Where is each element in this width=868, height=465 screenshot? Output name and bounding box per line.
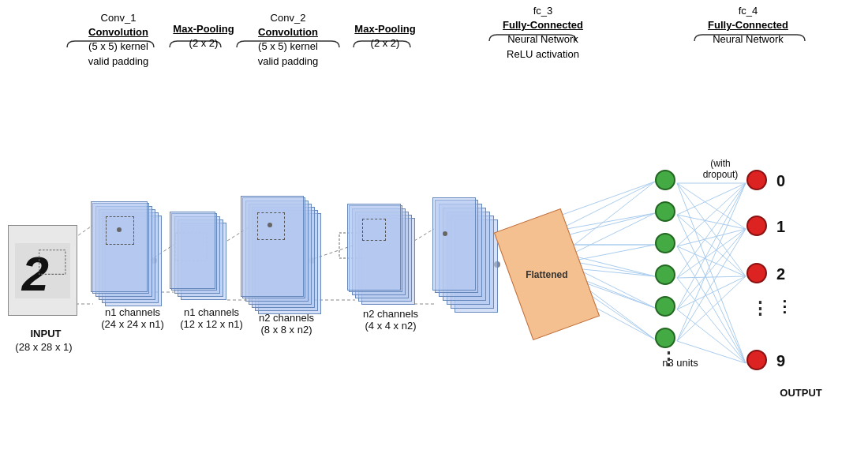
conv1-kernel: (5 x 5) kernel (88, 40, 148, 52)
output-node-1 (746, 216, 767, 236)
green-dots: ⋮ (660, 349, 677, 369)
maxpool1-size: (2 x 2) (189, 37, 219, 49)
svg-line-40 (677, 215, 746, 363)
svg-line-39 (677, 215, 746, 276)
svg-line-49 (677, 183, 746, 309)
conv2-kernel: (5 x 5) kernel (258, 40, 318, 52)
n2-channels-2: n2 channels (347, 308, 434, 320)
fc3-label: fc_3 Fully-Connected Neural Network ReLU… (496, 4, 590, 62)
output-node-9 (746, 350, 767, 370)
svg-line-44 (677, 246, 746, 363)
svg-line-34 (677, 183, 746, 229)
fc3-node-4 (655, 264, 675, 285)
fc3-title: fc_3 (533, 5, 553, 17)
maxpool2-label: Max-Pooling (2 x 2) (354, 22, 417, 51)
svg-line-37 (677, 183, 746, 215)
input-label: INPUT (14, 328, 77, 339)
svg-line-51 (677, 276, 746, 309)
svg-line-18 (574, 268, 655, 276)
flatten-text: Flattened (526, 269, 567, 280)
fc3-sub: Fully-Connected (503, 19, 583, 31)
dropout-text: (withdropout) (685, 158, 756, 180)
svg-line-17 (574, 245, 655, 261)
fc4-type: Neural Network (713, 33, 784, 45)
fc3-act: ReLU activation (507, 48, 579, 60)
conv1-sub: Convolution (88, 26, 148, 38)
svg-line-55 (677, 276, 746, 341)
input-image: 2 (8, 225, 77, 316)
svg-line-41 (677, 183, 746, 246)
fc3-node-3 (655, 233, 675, 253)
conv2-sub: Convolution (258, 26, 318, 38)
svg-line-21 (560, 182, 655, 229)
digit-2-svg: 2 (15, 243, 70, 298)
svg-line-38 (677, 215, 746, 229)
maxpool2-size: (2 x 2) (371, 37, 400, 49)
output-digit-9: 9 (776, 352, 785, 370)
output-label: OUTPUT (769, 387, 832, 399)
fc3-node-2 (655, 201, 675, 222)
fc3-node-6 (655, 328, 675, 348)
maxpool2-title: Max-Pooling (354, 23, 415, 35)
svg-text:2: 2 (21, 246, 49, 298)
svg-line-36 (677, 183, 746, 363)
flatten-block: Flattened (494, 208, 600, 340)
conv1-padding: valid padding (88, 55, 149, 67)
n1-dims-2: (12 x 12 x n1) (172, 318, 251, 330)
conv1-label: Conv_1 Convolution (5 x 5) kernel valid … (75, 11, 162, 69)
maxpool1-title: Max-Pooling (173, 23, 234, 35)
svg-line-15 (574, 182, 655, 245)
fc4-label: fc_4 Fully-Connected Neural Network (693, 4, 803, 47)
n1-dims-1: (24 x 24 x n1) (93, 318, 172, 330)
output-digit-1: 1 (776, 218, 785, 236)
n2-dims-1: (8 x 8 x n2) (243, 324, 330, 336)
fc3-type: Neural Network (507, 33, 578, 45)
output-node-0 (746, 170, 767, 190)
svg-line-46 (677, 229, 746, 278)
fc4-title: fc_4 (739, 5, 758, 17)
n1-channels-2: n1 channels (172, 306, 251, 318)
svg-line-22 (560, 213, 655, 237)
svg-line-45 (677, 183, 746, 278)
n2-dims-2: (4 x 4 x n2) (347, 320, 434, 332)
red-dots: ⋮ (751, 298, 769, 319)
n3-units: n3 units (649, 357, 712, 369)
output-digit-dots: ⋮ (776, 297, 792, 316)
svg-line-47 (677, 276, 746, 278)
input-dims: (28 x 28 x 1) (6, 341, 81, 353)
svg-line-35 (677, 183, 746, 276)
output-digit-0: 0 (776, 172, 785, 190)
svg-line-12 (414, 229, 434, 241)
cnn-diagram: INPUT (28 x 28 x 1) 2 Conv_1 Convolution… (0, 0, 868, 465)
svg-line-42 (677, 229, 746, 246)
n1-channels-1: n1 channels (93, 306, 172, 318)
conv2-title: Conv_2 (271, 12, 306, 24)
output-digit-2: 2 (776, 265, 785, 283)
svg-line-52 (677, 309, 746, 363)
conv2-padding: valid padding (258, 55, 319, 67)
fc4-sub: Fully-Connected (708, 19, 788, 31)
svg-line-53 (677, 183, 746, 341)
svg-line-50 (677, 229, 746, 309)
fc3-node-5 (655, 296, 675, 317)
svg-line-16 (574, 213, 655, 253)
svg-line-48 (677, 278, 746, 363)
maxpool1-label: Max-Pooling (2 x 2) (172, 22, 235, 51)
conv1-title: Conv_1 (101, 12, 137, 24)
fc3-node-1 (655, 170, 675, 190)
n2-channels-1: n2 channels (243, 312, 330, 324)
svg-line-54 (677, 229, 746, 341)
svg-line-43 (677, 246, 746, 276)
output-node-2 (746, 263, 767, 283)
conv2-label: Conv_2 Convolution (5 x 5) kernel valid … (245, 11, 331, 69)
